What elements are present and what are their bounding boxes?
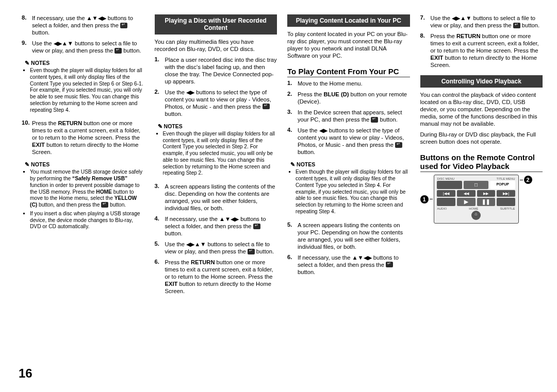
step-number: 9.: [22, 40, 32, 54]
step-text: In the Device screen that appears, selec…: [298, 109, 410, 123]
step-number: 1.: [155, 56, 165, 85]
enter-icon: [248, 249, 255, 254]
step-number: 8.: [22, 14, 32, 36]
step-number: 3.: [155, 183, 165, 212]
step-number: 4.: [287, 127, 298, 156]
notes-heading: NOTES: [158, 123, 277, 130]
enter-icon: [386, 262, 393, 267]
step-number: 5.: [287, 221, 298, 250]
step-text: Use the ◀▶▲▼ buttons to select a file to…: [32, 40, 144, 54]
manual-page: 8. If necessary, use the ▲▼◀▶ buttons to…: [0, 0, 557, 379]
remote-btn-pause: ❚❚: [477, 198, 496, 206]
step-number: 3.: [287, 109, 298, 123]
remote-diagram: 1 DISC MENUTITLE MENU □ POPUP |◀◀ ◀◀ ▶▶ …: [420, 175, 543, 224]
step-number: 4.: [155, 215, 165, 237]
remote-label-home: HOME: [469, 207, 478, 210]
section-banner: Playing a Disc with User Recorded Conten…: [155, 14, 277, 35]
step-number: 5.: [155, 241, 165, 255]
lead-paragraph: You can control the playback of video co…: [420, 91, 543, 127]
notes-heading: NOTES: [25, 161, 144, 168]
section-banner: Playing Content Located in Your PC: [287, 14, 410, 27]
remote-btn-blank: [497, 198, 515, 206]
step-text: If necessary, use the ▲▼◀▶ buttons to se…: [298, 254, 410, 276]
note-item: If you insert a disc when playing a USB …: [30, 211, 144, 230]
remote-btn-prev: |◀◀: [437, 190, 455, 197]
step-text: Use the ◀▶ buttons to select the type of…: [165, 89, 277, 117]
remote-btn-blank: [437, 198, 455, 206]
enter-icon: [120, 23, 127, 28]
enter-icon: [513, 23, 520, 28]
subheading: To Play Content From Your PC: [287, 67, 410, 77]
step-text: If necessary, use the ▲▼◀▶ buttons to se…: [32, 14, 144, 36]
lead-paragraph: You can play multimedia files you have r…: [155, 38, 277, 53]
remote-label-subtitle: SUBTITLE: [500, 207, 515, 210]
step-number: 2.: [155, 89, 165, 117]
column-2: Playing a Disc with User Recorded Conten…: [155, 14, 277, 365]
column-4: 7.Use the ◀▶▲▼ buttons to select a file …: [420, 14, 543, 365]
step-number: 1.: [287, 80, 298, 87]
lead-paragraph: During Blu-ray or DVD disc playback, the…: [420, 131, 543, 145]
enter-icon: [395, 142, 402, 148]
step-text: Press the RETURN button one or more time…: [165, 259, 277, 295]
note-item: Even though the player will display fold…: [163, 131, 277, 177]
step-number: 6.: [155, 259, 165, 295]
column-1: 8. If necessary, use the ▲▼◀▶ buttons to…: [22, 14, 144, 365]
step-text: A screen appears listing the contents on…: [298, 221, 410, 250]
step-text: Press the RETURN button one or more time…: [431, 32, 543, 69]
remote-btn-ff: ▶▶: [477, 190, 496, 197]
remote-btn-home: ⌂: [471, 211, 481, 220]
remote-label-titlemenu: TITLE MENU: [497, 177, 515, 180]
step-number: 6.: [287, 254, 298, 276]
step-number: 8.: [420, 32, 431, 69]
step-text: Press the RETURN button one or more time…: [32, 120, 144, 156]
remote-btn-stop: □: [464, 181, 489, 189]
note-item: Even though the player will display fold…: [296, 169, 410, 215]
callout-1: 1: [420, 195, 429, 203]
step-number: 7.: [420, 14, 431, 29]
enter-icon: [263, 104, 270, 109]
step-text: Use the ◀▶▲▼ buttons to select a file to…: [165, 241, 277, 255]
step-number: 2.: [287, 91, 298, 105]
step-number: 10.: [22, 120, 32, 156]
remote-btn-next: ▶▶|: [497, 190, 515, 197]
enter-icon: [101, 202, 108, 208]
column-3: Playing Content Located in Your PC To pl…: [287, 14, 410, 365]
lead-paragraph: To play content located in your PC on yo…: [287, 30, 410, 59]
notes-heading: NOTES: [290, 161, 410, 168]
subheading: Buttons on the Remote Control used for V…: [420, 153, 543, 172]
callout-2: 2: [524, 176, 532, 184]
note-item: You must remove the USB storage device s…: [30, 169, 144, 209]
step-text: If necessary, use the ▲▼◀▶ buttons to se…: [165, 215, 277, 237]
notes-heading: NOTES: [25, 60, 144, 66]
step-text: Use the ◀▶ buttons to select the type of…: [298, 127, 410, 156]
remote-btn-discmenu: [437, 181, 462, 189]
remote-label-audio: AUDIO: [437, 207, 447, 210]
step-text: Move to the Home menu.: [298, 80, 410, 87]
step-text: A screen appears listing the contents of…: [165, 183, 277, 212]
remote-btn-play: ▶: [457, 198, 476, 206]
remote-btn-rw: ◀◀: [457, 190, 476, 197]
section-banner: Controlling Video Playback: [420, 75, 543, 88]
step-text: Place a user recorded disc into the disc…: [165, 56, 277, 85]
step-text: Press the BLUE (D) button on your remote…: [298, 91, 410, 105]
remote-btn-popup: POPUP: [490, 181, 515, 189]
step-text: Use the ◀▶▲▼ buttons to select a file to…: [431, 14, 543, 29]
enter-icon: [253, 224, 260, 229]
note-item: Even though the player will display fold…: [30, 67, 144, 113]
enter-icon: [114, 48, 122, 54]
page-number: 16: [19, 366, 32, 381]
enter-icon: [371, 117, 378, 123]
remote-control-graphic: DISC MENUTITLE MENU □ POPUP |◀◀ ◀◀ ▶▶ ▶▶…: [434, 175, 519, 224]
remote-label-discmenu: DISC MENU: [437, 177, 455, 180]
